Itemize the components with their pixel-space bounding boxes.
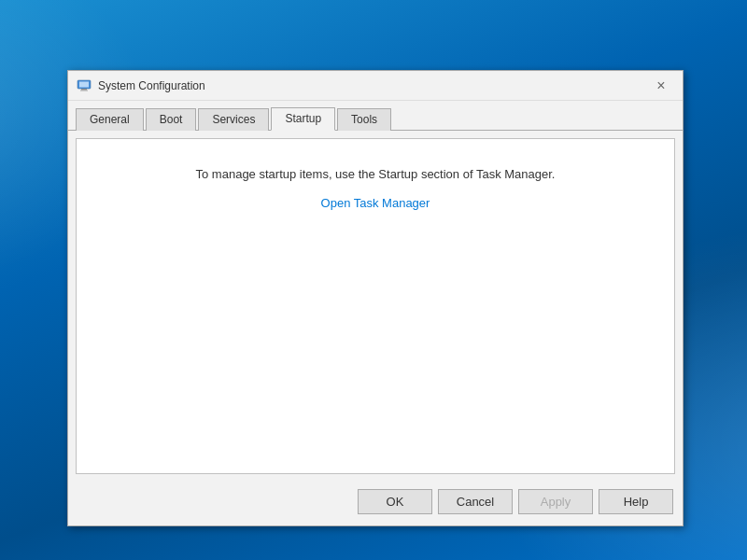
open-task-manager-link[interactable]: Open Task Manager (321, 196, 430, 210)
svg-rect-1 (79, 81, 89, 87)
startup-message: To manage startup items, use the Startup… (196, 167, 556, 181)
tab-tools[interactable]: Tools (337, 108, 391, 131)
apply-button[interactable]: Apply (518, 489, 593, 514)
tab-bar: General Boot Services Startup Tools (68, 101, 683, 131)
title-bar: System Configuration × (68, 71, 683, 101)
tab-general[interactable]: General (76, 108, 144, 131)
tab-boot[interactable]: Boot (146, 108, 197, 131)
button-row: OK Cancel Apply Help (68, 482, 683, 525)
help-button[interactable]: Help (599, 489, 673, 514)
system-config-dialog: System Configuration × General Boot Serv… (67, 70, 684, 526)
tab-services[interactable]: Services (198, 108, 269, 131)
dialog-title: System Configuration (98, 79, 675, 92)
cancel-button[interactable]: Cancel (438, 489, 513, 514)
ok-button[interactable]: OK (358, 489, 432, 514)
dialog-icon (76, 77, 92, 94)
close-button[interactable]: × (640, 71, 683, 101)
svg-rect-3 (80, 90, 88, 91)
tab-startup[interactable]: Startup (271, 107, 335, 131)
svg-rect-2 (81, 89, 87, 91)
content-area: To manage startup items, use the Startup… (76, 138, 675, 474)
